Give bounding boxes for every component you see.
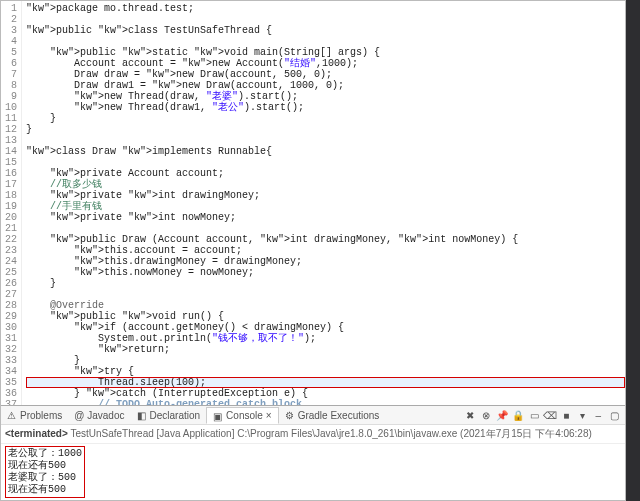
minimize-icon[interactable]: – bbox=[591, 408, 605, 422]
pin-icon[interactable]: 📌 bbox=[495, 408, 509, 422]
code-line[interactable]: Draw draw = "kw">new Draw(account, 500, … bbox=[26, 69, 625, 80]
tab-label: Problems bbox=[20, 410, 62, 421]
run-config-name: TestUnSafeThread [Java Application] bbox=[70, 428, 234, 439]
console-line: 老婆取了：500 bbox=[8, 472, 82, 484]
code-line[interactable] bbox=[26, 36, 625, 47]
show-console-icon[interactable]: ▭ bbox=[527, 408, 541, 422]
tab-console[interactable]: ▣Console × bbox=[206, 407, 279, 424]
code-line[interactable]: //取多少钱 bbox=[26, 179, 625, 190]
code-line[interactable]: "kw">return; bbox=[26, 344, 625, 355]
code-line[interactable]: "kw">public "kw">static "kw">void main(S… bbox=[26, 47, 625, 58]
code-area[interactable]: "kw">package mo.thread.test; "kw">public… bbox=[22, 1, 625, 405]
declaration-icon: ◧ bbox=[137, 410, 147, 420]
code-line[interactable]: "kw">this.nowMoney = nowMoney; bbox=[26, 267, 625, 278]
code-line[interactable]: "kw">public "kw">class TestUnSafeThread … bbox=[26, 25, 625, 36]
code-line[interactable]: Draw draw1 = "kw">new Draw(account, 1000… bbox=[26, 80, 625, 91]
tab-label: Console bbox=[226, 410, 263, 421]
code-line[interactable]: "kw">this.drawingMoney = drawingMoney; bbox=[26, 256, 625, 267]
code-line[interactable]: } bbox=[26, 278, 625, 289]
code-line[interactable]: System.out.println("钱不够，取不了！"); bbox=[26, 333, 625, 344]
console-output[interactable]: 老公取了：1000现在还有500老婆取了：500现在还有500 bbox=[1, 444, 625, 500]
code-line[interactable] bbox=[26, 14, 625, 25]
views-tabbar: ⚠Problems @Javadoc ◧Declaration ▣Console… bbox=[1, 406, 625, 425]
code-line[interactable]: } bbox=[26, 124, 625, 135]
tab-gradle[interactable]: ⚙Gradle Executions bbox=[279, 408, 386, 423]
code-line[interactable]: "kw">public Draw (Account account, "kw">… bbox=[26, 234, 625, 245]
x-remove-icon[interactable]: ✖ bbox=[463, 408, 477, 422]
code-line[interactable]: } bbox=[26, 113, 625, 124]
terminate-icon[interactable]: ■ bbox=[559, 408, 573, 422]
code-line[interactable]: Account account = "kw">new Account("结婚",… bbox=[26, 58, 625, 69]
console-toolbar: ✖⊗📌🔒▭⌫■▾–▢ bbox=[459, 408, 625, 422]
code-line[interactable]: Thread.sleep(100); bbox=[26, 377, 625, 388]
code-line[interactable]: //手里有钱 bbox=[26, 201, 625, 212]
code-line[interactable]: "kw">class Draw "kw">implements Runnable… bbox=[26, 146, 625, 157]
bottom-panel: ⚠Problems @Javadoc ◧Declaration ▣Console… bbox=[1, 405, 625, 500]
line-gutter: 1234567891011121314151617181920212223242… bbox=[1, 1, 22, 405]
code-line[interactable]: "kw">try { bbox=[26, 366, 625, 377]
code-line[interactable]: "kw">if (account.getMoney() < drawingMon… bbox=[26, 322, 625, 333]
tab-javadoc[interactable]: @Javadoc bbox=[68, 408, 130, 423]
console-highlight-box: 老公取了：1000现在还有500老婆取了：500现在还有500 bbox=[5, 446, 85, 498]
code-line[interactable]: } bbox=[26, 355, 625, 366]
code-line[interactable]: "kw">private "kw">int drawingMoney; bbox=[26, 190, 625, 201]
code-line[interactable]: "kw">public "kw">void run() { bbox=[26, 311, 625, 322]
tab-label: Gradle Executions bbox=[298, 410, 380, 421]
run-time: (2021年7月15日 下午4:06:28) bbox=[460, 428, 592, 439]
code-line[interactable]: "kw">private Account account; bbox=[26, 168, 625, 179]
javadoc-icon: @ bbox=[74, 410, 84, 420]
problems-icon: ⚠ bbox=[7, 410, 17, 420]
tab-label: Declaration bbox=[150, 410, 201, 421]
code-line[interactable]: "kw">this.account = account; bbox=[26, 245, 625, 256]
run-info: <terminated> TestUnSafeThread [Java Appl… bbox=[1, 425, 625, 444]
console-icon: ▣ bbox=[213, 411, 223, 421]
code-line[interactable]: } "kw">catch (InterruptedException e) { bbox=[26, 388, 625, 399]
code-line[interactable] bbox=[26, 289, 625, 300]
run-path: C:\Program Files\Java\jre1.8.0_261\bin\j… bbox=[237, 428, 457, 439]
clear-icon[interactable]: ⌫ bbox=[543, 408, 557, 422]
gradle-icon: ⚙ bbox=[285, 410, 295, 420]
dropdown-icon[interactable]: ▾ bbox=[575, 408, 589, 422]
code-line[interactable] bbox=[26, 157, 625, 168]
close-icon[interactable]: × bbox=[266, 410, 272, 421]
code-line[interactable]: "kw">package mo.thread.test; bbox=[26, 3, 625, 14]
scroll-lock-icon[interactable]: 🔒 bbox=[511, 408, 525, 422]
code-line[interactable]: "kw">private "kw">int nowMoney; bbox=[26, 212, 625, 223]
x-remove-all-icon[interactable]: ⊗ bbox=[479, 408, 493, 422]
code-line[interactable] bbox=[26, 223, 625, 234]
code-editor[interactable]: 1234567891011121314151617181920212223242… bbox=[1, 1, 625, 405]
console-line: 现在还有500 bbox=[8, 460, 82, 472]
tab-label: Javadoc bbox=[87, 410, 124, 421]
code-line[interactable]: "kw">new Thread(draw, "老婆").start(); bbox=[26, 91, 625, 102]
code-line[interactable]: @Override bbox=[26, 300, 625, 311]
console-line: 现在还有500 bbox=[8, 484, 82, 496]
ide-frame: 1234567891011121314151617181920212223242… bbox=[0, 0, 626, 501]
code-line[interactable]: "kw">new Thread(draw1, "老公").start(); bbox=[26, 102, 625, 113]
run-status: <terminated> bbox=[5, 428, 68, 439]
console-line: 老公取了：1000 bbox=[8, 448, 82, 460]
tab-problems[interactable]: ⚠Problems bbox=[1, 408, 68, 423]
maximize-icon[interactable]: ▢ bbox=[607, 408, 621, 422]
tab-declaration[interactable]: ◧Declaration bbox=[131, 408, 207, 423]
right-sidebar bbox=[626, 0, 640, 501]
code-line[interactable] bbox=[26, 135, 625, 146]
